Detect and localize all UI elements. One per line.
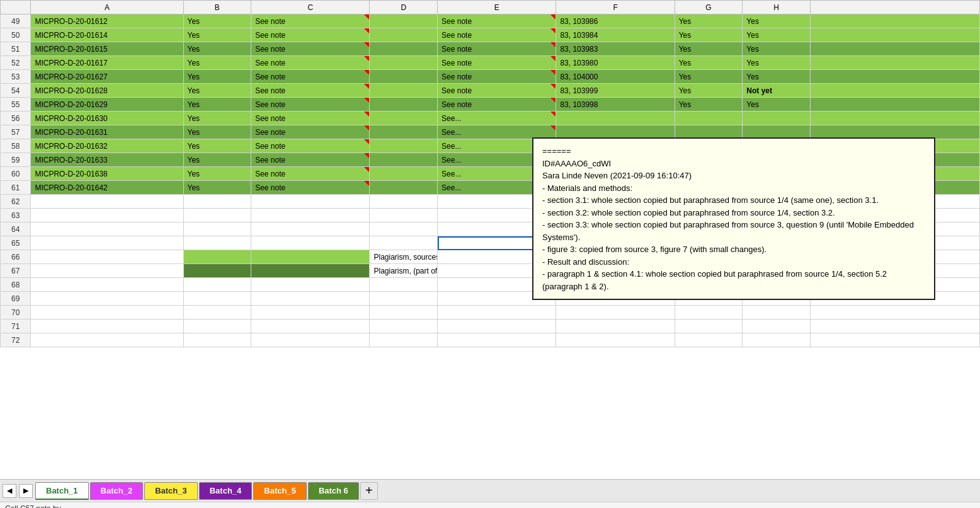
cell-e-72[interactable] xyxy=(438,333,556,347)
cell-a-72[interactable] xyxy=(31,333,183,347)
cell-c-62[interactable] xyxy=(251,195,370,209)
cell-a-56[interactable]: MICPRO-D-20-01630 xyxy=(31,112,183,125)
cell-d-50[interactable] xyxy=(370,28,438,42)
cell-d-65[interactable] xyxy=(370,236,438,250)
cell-f-53[interactable]: 83, 104000 xyxy=(556,70,675,84)
cell-b-52[interactable]: Yes xyxy=(183,56,251,70)
cell-d-59[interactable] xyxy=(370,153,438,167)
cell-f-51[interactable]: 83, 103983 xyxy=(556,42,675,56)
cell-b-65[interactable] xyxy=(183,236,251,250)
cell-b-60[interactable]: Yes xyxy=(183,167,251,181)
cell-g-56[interactable] xyxy=(675,112,743,125)
cell-d-58[interactable] xyxy=(370,139,438,153)
cell-h-56[interactable] xyxy=(743,112,811,125)
cell-b-61[interactable]: Yes xyxy=(183,181,251,195)
cell-e-56[interactable]: See... xyxy=(438,112,556,125)
cell-c-56[interactable]: See note xyxy=(251,112,370,125)
cell-g-72[interactable] xyxy=(675,333,743,347)
cell-c-49[interactable]: See note xyxy=(251,14,370,28)
cell-c-51[interactable]: See note xyxy=(251,42,370,56)
cell-b-69[interactable] xyxy=(183,292,251,306)
cell-c-60[interactable]: See note xyxy=(251,167,370,181)
cell-b-53[interactable]: Yes xyxy=(183,70,251,84)
cell-d-61[interactable] xyxy=(370,181,438,195)
cell-d-68[interactable] xyxy=(370,278,438,292)
cell-b-51[interactable]: Yes xyxy=(183,42,251,56)
cell-b-54[interactable]: Yes xyxy=(183,84,251,98)
cell-f-50[interactable]: 83, 103984 xyxy=(556,28,675,42)
tab-batch4[interactable]: Batch_4 xyxy=(199,482,253,500)
cell-g-51[interactable]: Yes xyxy=(675,42,743,56)
cell-a-63[interactable] xyxy=(31,209,183,222)
cell-d-69[interactable] xyxy=(370,292,438,306)
cell-b-72[interactable] xyxy=(183,333,251,347)
cell-b-50[interactable]: Yes xyxy=(183,28,251,42)
cell-e-50[interactable]: See note xyxy=(438,28,556,42)
tab-nav-prev[interactable]: ◀ xyxy=(3,484,16,498)
cell-d-52[interactable] xyxy=(370,56,438,70)
cell-a-67[interactable] xyxy=(31,264,183,278)
cell-c-69[interactable] xyxy=(251,292,370,306)
cell-d-53[interactable] xyxy=(370,70,438,84)
cell-a-70[interactable] xyxy=(31,306,183,320)
cell-e-70[interactable] xyxy=(438,306,556,320)
cell-c-54[interactable]: See note xyxy=(251,84,370,98)
cell-f-52[interactable]: 83, 103980 xyxy=(556,56,675,70)
cell-b-63[interactable] xyxy=(183,209,251,222)
tab-add-button[interactable]: + xyxy=(360,482,378,500)
cell-f-71[interactable] xyxy=(556,320,675,333)
cell-b-71[interactable] xyxy=(183,320,251,333)
cell-d-63[interactable] xyxy=(370,209,438,222)
cell-g-53[interactable]: Yes xyxy=(675,70,743,84)
tab-batch6[interactable]: Batch 6 xyxy=(308,482,359,500)
cell-h-51[interactable]: Yes xyxy=(743,42,811,56)
cell-a-60[interactable]: MICPRO-D-20-01638 xyxy=(31,167,183,181)
cell-b-56[interactable]: Yes xyxy=(183,112,251,125)
cell-c-65[interactable] xyxy=(251,236,370,250)
cell-a-55[interactable]: MICPRO-D-20-01629 xyxy=(31,98,183,112)
cell-a-58[interactable]: MICPRO-D-20-01632 xyxy=(31,139,183,153)
cell-c-70[interactable] xyxy=(251,306,370,320)
cell-c-68[interactable] xyxy=(251,278,370,292)
cell-b-55[interactable]: Yes xyxy=(183,98,251,112)
cell-d-62[interactable] xyxy=(370,195,438,209)
tab-batch3[interactable]: Batch_3 xyxy=(144,482,198,500)
cell-a-50[interactable]: MICPRO-D-20-01614 xyxy=(31,28,183,42)
tab-batch5[interactable]: Batch_5 xyxy=(253,482,307,500)
cell-g-70[interactable] xyxy=(675,306,743,320)
cell-d-57[interactable] xyxy=(370,125,438,139)
cell-h-70[interactable] xyxy=(743,306,811,320)
cell-f-54[interactable]: 83, 103999 xyxy=(556,84,675,98)
cell-e-52[interactable]: See note xyxy=(438,56,556,70)
cell-g-52[interactable]: Yes xyxy=(675,56,743,70)
cell-a-57[interactable]: MICPRO-D-20-01631 xyxy=(31,125,183,139)
cell-h-50[interactable]: Yes xyxy=(743,28,811,42)
cell-d-71[interactable] xyxy=(370,320,438,333)
cell-c-63[interactable] xyxy=(251,209,370,222)
cell-g-71[interactable] xyxy=(675,320,743,333)
cell-a-59[interactable]: MICPRO-D-20-01633 xyxy=(31,153,183,167)
cell-a-62[interactable] xyxy=(31,195,183,209)
cell-h-52[interactable]: Yes xyxy=(743,56,811,70)
cell-h-54[interactable]: Not yet xyxy=(743,84,811,98)
cell-c-72[interactable] xyxy=(251,333,370,347)
cell-b-59[interactable]: Yes xyxy=(183,153,251,167)
cell-c-52[interactable]: See note xyxy=(251,56,370,70)
cell-h-53[interactable]: Yes xyxy=(743,70,811,84)
cell-c-67[interactable] xyxy=(251,264,370,278)
cell-b-58[interactable]: Yes xyxy=(183,139,251,153)
cell-d-54[interactable] xyxy=(370,84,438,98)
tab-nav-next[interactable]: ▶ xyxy=(19,484,33,498)
cell-g-55[interactable]: Yes xyxy=(675,98,743,112)
cell-b-66[interactable] xyxy=(183,250,251,264)
cell-c-50[interactable]: See note xyxy=(251,28,370,42)
cell-h-72[interactable] xyxy=(743,333,811,347)
cell-a-61[interactable]: MICPRO-D-20-01642 xyxy=(31,181,183,195)
cell-a-71[interactable] xyxy=(31,320,183,333)
cell-f-55[interactable]: 83, 103998 xyxy=(556,98,675,112)
cell-e-54[interactable]: See note xyxy=(438,84,556,98)
cell-b-67[interactable] xyxy=(183,264,251,278)
cell-d-60[interactable] xyxy=(370,167,438,181)
cell-b-70[interactable] xyxy=(183,306,251,320)
cell-e-55[interactable]: See note xyxy=(438,98,556,112)
